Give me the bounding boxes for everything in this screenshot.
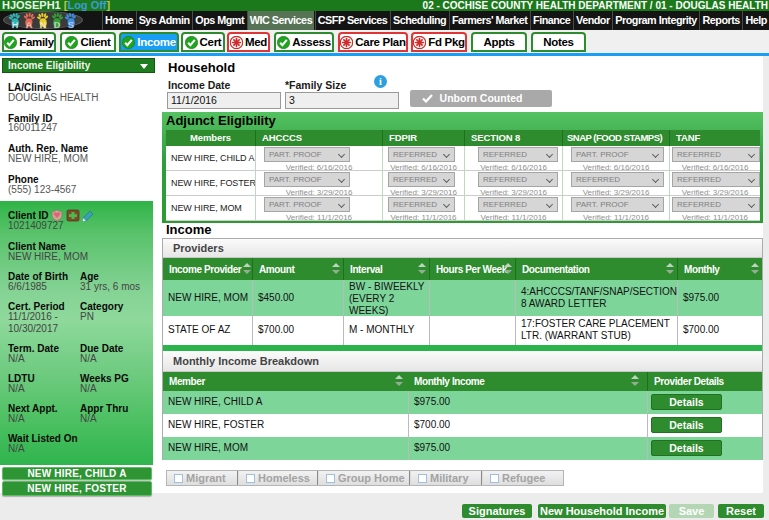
svg-text:A: A (26, 20, 33, 30)
svg-text:S: S (68, 20, 74, 30)
svg-text:D: D (54, 20, 61, 30)
svg-text:N: N (40, 20, 47, 30)
svg-text:H: H (12, 20, 19, 30)
